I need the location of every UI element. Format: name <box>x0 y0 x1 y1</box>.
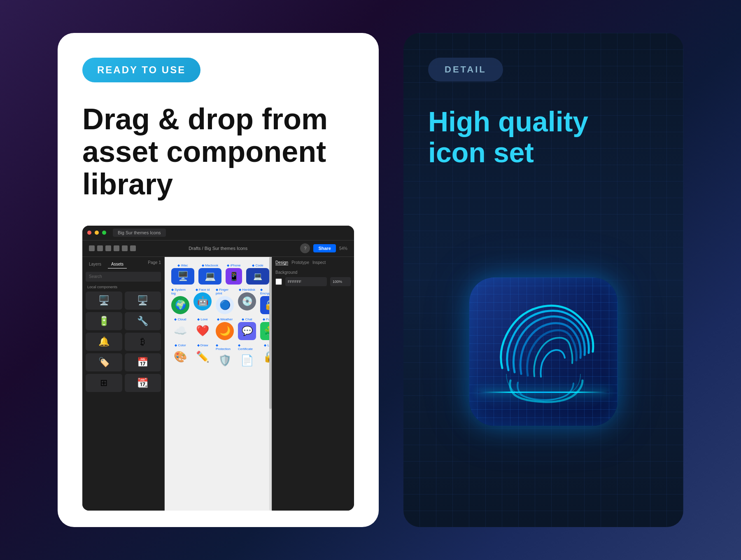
right-title: High quality icon set <box>428 106 588 168</box>
ready-badge: READY TO USE <box>82 58 200 82</box>
figma-toolbar-center: Drafts / Big Sur themes Icons <box>142 246 294 251</box>
protection-icon: 🛡️ <box>216 352 234 370</box>
vertical-scrollbar[interactable] <box>269 257 272 511</box>
sidebar-icon-calendar2: 📆 <box>125 374 161 392</box>
inspect-tab[interactable]: Inspect <box>312 260 326 265</box>
icon-cat-faceid: ◆ Face id 🤖 <box>193 288 212 310</box>
sidebar-icon-monitor: 🖥️ <box>125 292 161 310</box>
love-icon: ❤️ <box>193 322 212 340</box>
sidebar-icon-bell: 🔔 <box>86 333 122 351</box>
sidebar-icon-grid: ⊞ <box>86 374 122 392</box>
right-title-line2: icon set <box>428 137 534 168</box>
icon-row-1: ◆ iMac 🖥️ ◆ Macbook 💻 ◆ iPhone 📱 <box>171 264 265 285</box>
sidebar-icon-chip: 🖥️ <box>86 292 122 310</box>
opacity-input[interactable]: 100% <box>330 277 351 286</box>
sidebar-tabs: Layers Assets Page 1 <box>86 260 161 268</box>
toolbar-icon-1 <box>89 245 95 251</box>
cat-label-protection: ◆ Protection <box>216 343 234 351</box>
page-label: Page 1 <box>148 260 161 268</box>
fingerprint-glow-line <box>478 392 609 393</box>
icon-cat-protection: ◆ Protection 🛡️ <box>216 343 234 370</box>
figma-canvas: ◆ iMac 🖥️ ◆ Macbook 💻 ◆ iPhone 📱 <box>165 257 272 511</box>
icon-cat-fingerprint: ◆ Finger print 🔵 <box>216 288 234 314</box>
icon-row-3: ◆ Cloud ☁️ ◆ Love ❤️ ◆ Weather 🌙 <box>171 317 265 340</box>
ready-badge-text: READY TO USE <box>97 64 186 76</box>
icon-cat-draw: ◆ Draw ✏️ <box>193 343 212 366</box>
main-title: Drag & drop from asset component library <box>82 103 354 201</box>
figma-tab: Big Sur themes Icons <box>113 229 166 237</box>
cat-label-chat: ◆ Chat <box>242 317 252 321</box>
detail-badge: DETAIL <box>428 58 503 82</box>
sidebar-icon-calendar: 📅 <box>125 353 161 371</box>
scrollbar-thumb[interactable] <box>269 257 272 409</box>
icon-cat-imac: ◆ iMac 🖥️ <box>171 264 194 285</box>
color-hex-value: FFFFFF <box>288 280 301 284</box>
figma-toolbar: Drafts / Big Sur themes Icons ? Share 54… <box>82 240 354 257</box>
search-placeholder: Search <box>89 274 102 279</box>
toolbar-icon-2 <box>97 245 103 251</box>
sidebar-icon-tag: 🏷️ <box>86 353 122 371</box>
cert-icon: 📄 <box>238 352 256 370</box>
icon-row-4: ◆ Color 🎨 ◆ Draw ✏️ ◆ Protection 🛡️ <box>171 343 265 370</box>
cat-label-syslog: ◆ System log <box>171 288 189 295</box>
cat-label-imac: ◆ iMac <box>177 264 188 267</box>
icon-cat-cert: ◆ Certificate 📄 <box>238 343 256 370</box>
harddisk-icon: 💿 <box>238 292 256 310</box>
faceid-icon: 🤖 <box>193 292 212 310</box>
right-title-line1: High quality <box>428 106 588 137</box>
weather-icon: 🌙 <box>216 322 234 340</box>
left-card: READY TO USE Drag & drop from asset comp… <box>58 33 379 527</box>
canvas-section: ◆ iMac 🖥️ ◆ Macbook 💻 ◆ iPhone 📱 <box>171 264 265 370</box>
figma-titlebar: Big Sur themes Icons <box>82 226 354 240</box>
cat-label-harddisk: ◆ Harddisk <box>239 288 255 292</box>
icon-showcase-wrapper <box>428 201 659 502</box>
icon-cat-cloud: ◆ Cloud ☁️ <box>171 317 189 340</box>
assets-tab[interactable]: Assets <box>108 260 127 268</box>
cloud-icon: ☁️ <box>171 322 189 340</box>
canvas-content: ◆ iMac 🖥️ ◆ Macbook 💻 ◆ iPhone 📱 <box>165 257 272 380</box>
icon-cat-code: ◆ Code 💻 <box>246 264 269 285</box>
cat-label-cert: ◆ Certificate <box>238 343 256 351</box>
color-hex-input[interactable]: FFFFFF <box>285 277 327 286</box>
icon-row-2: ◆ System log 🌍 ◆ Face id 🤖 ◆ Finger prin… <box>171 288 265 314</box>
share-button[interactable]: Share <box>313 244 336 252</box>
maximize-dot <box>102 231 106 235</box>
minimize-dot <box>95 231 99 235</box>
code-icon: 💻 <box>246 268 269 285</box>
figma-search[interactable]: Search <box>86 272 161 282</box>
layers-tab[interactable]: Layers <box>86 260 105 268</box>
icon-cat-macbook: ◆ Macbook 💻 <box>198 264 221 285</box>
icon-cat-weather: ◆ Weather 🌙 <box>216 317 234 340</box>
bg-color-row: FFFFFF 100% <box>275 277 351 286</box>
toolbar-icon-5 <box>122 245 128 251</box>
iphone-icon: 📱 <box>226 268 242 285</box>
zoom-level: 54% <box>339 246 347 251</box>
cat-label-love: ◆ Love <box>197 317 208 321</box>
chat-icon: 💬 <box>238 322 256 340</box>
color-swatch[interactable] <box>275 278 282 285</box>
cat-label-faceid: ◆ Face id <box>196 288 210 292</box>
cat-label-cloud: ◆ Cloud <box>174 317 186 321</box>
user-avatar: ? <box>300 243 310 253</box>
close-dot <box>87 231 91 235</box>
icon-cat-iphone: ◆ iPhone 📱 <box>226 264 242 285</box>
icon-cat-color: ◆ Color 🎨 <box>171 343 189 366</box>
cat-label-color: ◆ Color <box>175 343 186 347</box>
cat-label-code: ◆ Code <box>252 264 263 267</box>
cat-label-macbook: ◆ Macbook <box>202 264 219 267</box>
cat-label-weather: ◆ Weather <box>217 317 233 321</box>
sidebar-icon-grid: 🖥️ 🖥️ 🔋 🔧 🔔 ₿ 🏷️ 📅 ⊞ 📆 <box>86 292 161 392</box>
sidebar-icon-bitcoin: ₿ <box>125 333 161 351</box>
toolbar-icon-4 <box>114 245 119 251</box>
toolbar-icon-6 <box>130 245 136 251</box>
color-icon: 🎨 <box>171 348 189 366</box>
fingerprint-icon-container <box>469 278 618 426</box>
figma-sidebar: Layers Assets Page 1 Search Local compon… <box>82 257 165 511</box>
prototype-tab[interactable]: Prototype <box>291 260 309 265</box>
cat-label-draw: ◆ Draw <box>197 343 208 347</box>
draw-icon: ✏️ <box>193 348 212 366</box>
figma-mockup: Big Sur themes Icons Drafts / Big Sur th… <box>82 226 354 511</box>
design-tab[interactable]: Design <box>275 260 288 265</box>
cat-label-iphone: ◆ iPhone <box>227 264 240 267</box>
panel-tabs: Design Prototype Inspect <box>275 260 351 265</box>
